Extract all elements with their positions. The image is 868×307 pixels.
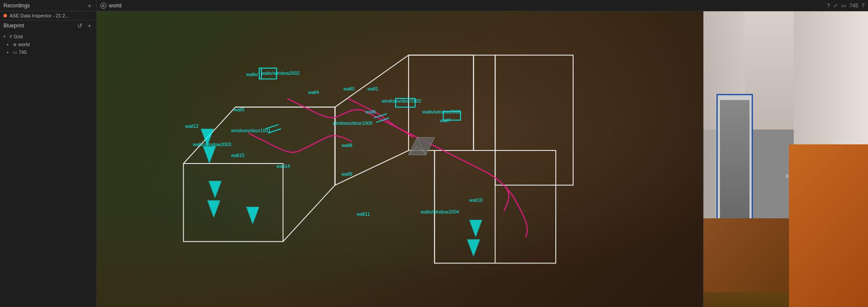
door-inner <box>720 100 749 230</box>
frame-icon: ▭ <box>841 3 846 9</box>
tree-section: ▾ # Grid ▸ ⊕ world ▸ ▭ 745 <box>0 31 96 307</box>
tree-label-grid: Grid <box>14 34 23 39</box>
svg-text:walls/window2003: walls/window2003 <box>192 142 231 147</box>
recording-item[interactable]: ASE Data Inspector - 21:2... <box>0 11 96 20</box>
svg-marker-25 <box>469 220 482 237</box>
chevron-right-icon: ▸ <box>7 42 11 47</box>
room-carpet <box>703 218 794 292</box>
svg-text:wall0: wall0 <box>343 86 354 91</box>
svg-text:wall4: wall4 <box>308 90 319 95</box>
recordings-panel-header: Recordings + <box>0 0 97 11</box>
svg-marker-26 <box>467 239 480 257</box>
panel-help-icon[interactable]: ? <box>861 3 865 9</box>
chevron-right-icon-frame: ▸ <box>7 50 11 54</box>
svg-marker-2 <box>409 55 495 150</box>
svg-text:windows/door1001: windows/door1001 <box>231 128 271 133</box>
svg-text:wall7: wall7 <box>439 118 451 123</box>
svg-marker-3 <box>495 55 573 185</box>
tree-label-frame: 745 <box>19 50 26 55</box>
svg-text:walls/window2004: walls/window2004 <box>420 209 459 214</box>
refresh-blueprint-button[interactable]: ↺ <box>76 22 83 29</box>
viewport-title-left: ⊕ world <box>100 3 122 9</box>
svg-marker-27 <box>246 207 259 224</box>
help-icon[interactable]: ? <box>827 3 830 9</box>
svg-marker-0 <box>183 107 335 241</box>
recording-label: ASE Data Inspector - 21:2... <box>10 13 69 18</box>
blueprint-header: Blueprint ↺ + <box>0 20 96 31</box>
room-furniture <box>789 144 868 307</box>
recordings-title: Recordings <box>3 3 30 9</box>
svg-text:wall10: wall10 <box>469 197 483 203</box>
svg-text:windows/door1002: windows/door1002 <box>381 98 421 103</box>
svg-text:wall9: wall9 <box>341 171 352 177</box>
svg-text:walls/window2000: walls/window2000 <box>422 109 461 114</box>
blueprint-title: Blueprint <box>3 23 24 29</box>
add-blueprint-button[interactable]: + <box>86 22 93 29</box>
tree-item-grid[interactable]: ▾ # Grid <box>0 33 96 40</box>
add-recording-button[interactable]: + <box>86 2 93 9</box>
blueprint-actions: ↺ + <box>76 22 93 29</box>
svg-text:wall1: wall1 <box>367 86 378 91</box>
room-simulation <box>703 11 868 307</box>
top-bar: Recordings + ⊕ world ? ⤢ ▭ 745 ? <box>0 0 868 11</box>
svg-text:wall5: wall5 <box>233 107 244 112</box>
svg-text:wall11: wall11 <box>356 211 370 217</box>
frame-tree-icon: ▭ <box>13 50 17 55</box>
grid-icon: # <box>10 34 12 39</box>
wall-switch <box>785 174 789 178</box>
svg-text:wall6: wall6 <box>365 109 376 114</box>
viewport-header: ⊕ world ? ⤢ ▭ 745 ? <box>97 0 868 11</box>
svg-text:walls/window2002: walls/window2002 <box>261 70 300 76</box>
viewport-area: walls/ walls/window2002 wall4 wall0 wall… <box>97 11 868 307</box>
globe-tree-icon: ⊕ <box>13 42 17 47</box>
main-3d-view[interactable]: walls/ walls/window2002 wall4 wall0 wall… <box>97 11 703 307</box>
tree-item-frame[interactable]: ▸ ▭ 745 <box>0 48 96 56</box>
tree-item-world[interactable]: ▸ ⊕ world <box>0 40 96 48</box>
svg-marker-17 <box>208 181 221 198</box>
floor-plan-svg: walls/ walls/window2002 wall4 wall0 wall… <box>97 11 703 307</box>
recording-dot-icon <box>3 14 7 17</box>
main-content: ASE Data Inspector - 21:2... Blueprint ↺… <box>0 11 868 307</box>
frame-count: 745 <box>849 3 858 9</box>
svg-marker-16 <box>203 146 216 164</box>
tree-label-world: world <box>18 42 30 47</box>
svg-text:wall15: wall15 <box>231 153 244 158</box>
svg-text:wall12: wall12 <box>185 123 198 129</box>
svg-text:windows/door1000: windows/door1000 <box>332 120 372 126</box>
chevron-down-icon: ▾ <box>3 34 8 39</box>
header-icons: + <box>86 2 93 9</box>
viewport-controls: ? ⤢ ▭ 745 ? <box>827 3 865 9</box>
left-panel: ASE Data Inspector - 21:2... Blueprint ↺… <box>0 11 97 307</box>
svg-text:wall14: wall14 <box>276 164 290 169</box>
svg-text:wall8: wall8 <box>341 143 352 148</box>
camera-view <box>703 11 868 307</box>
globe-icon: ⊕ <box>100 3 106 9</box>
svg-text:walls/: walls/ <box>246 72 258 77</box>
expand-icon[interactable]: ⤢ <box>833 3 838 9</box>
viewport-name: world <box>109 3 122 9</box>
svg-marker-18 <box>207 200 220 218</box>
